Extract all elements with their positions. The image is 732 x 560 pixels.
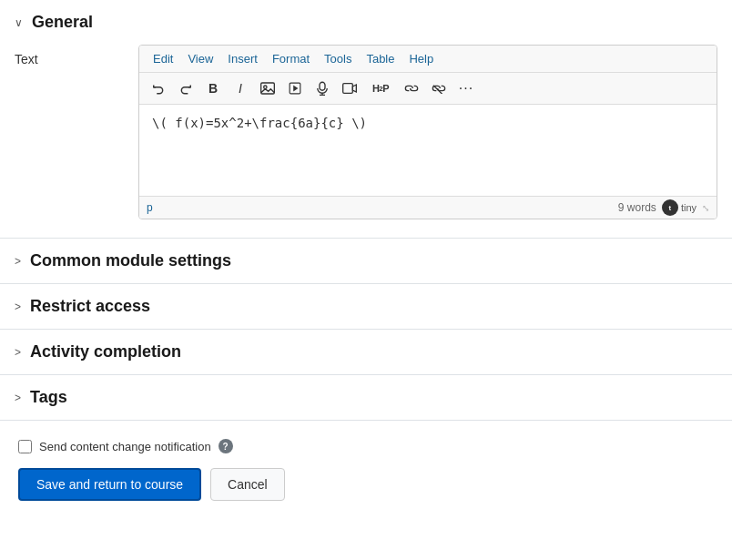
tiny-badge: t tiny [662, 199, 696, 216]
tinymce-editor[interactable]: Edit View Insert Format Tools Table Help [138, 45, 717, 219]
general-section: ∨ General Text Edit View Insert Format T… [0, 0, 732, 238]
restrict-access-chevron: > [15, 300, 21, 313]
editor-menubar: Edit View Insert Format Tools Table Help [139, 46, 717, 73]
general-chevron: ∨ [15, 16, 23, 29]
svg-rect-0 [261, 83, 275, 94]
svg-marker-8 [352, 85, 356, 92]
statusbar-right: 9 words t tiny ⤡ [618, 199, 709, 216]
media-play-button[interactable] [283, 76, 307, 100]
redo-button[interactable] [174, 76, 198, 100]
audio-button[interactable] [310, 76, 334, 100]
activity-completion-title: Activity completion [30, 342, 181, 361]
common-module-title: Common module settings [30, 251, 231, 270]
video-button[interactable] [338, 76, 361, 100]
svg-marker-3 [294, 87, 298, 91]
restrict-access-section: > Restrict access [0, 283, 732, 329]
tiny-label: tiny [681, 202, 696, 213]
link-button[interactable] [400, 76, 423, 100]
editor-statusbar: p 9 words t tiny ⤡ [139, 196, 717, 219]
bold-button[interactable]: B [201, 76, 225, 100]
tags-section: > Tags [0, 374, 732, 420]
restrict-access-header[interactable]: > Restrict access [0, 284, 732, 329]
activity-completion-header[interactable]: > Activity completion [0, 330, 732, 374]
notification-row: Send content change notification ? [15, 439, 717, 453]
restrict-access-title: Restrict access [30, 297, 150, 316]
text-field-label: Text [15, 45, 124, 219]
menu-edit[interactable]: Edit [147, 49, 179, 68]
common-module-chevron: > [15, 255, 21, 268]
general-content: Text Edit View Insert Format Tools Table… [0, 45, 732, 229]
general-section-title: General [32, 13, 93, 32]
svg-rect-7 [343, 84, 353, 94]
activity-completion-chevron: > [15, 346, 21, 359]
editor-content-area[interactable]: \( f(x)=5x^2+\frac{6a}{c} \) [139, 105, 717, 196]
resize-handle[interactable]: ⤡ [702, 203, 709, 213]
activity-completion-section: > Activity completion [0, 329, 732, 374]
more-button[interactable]: ··· [454, 76, 478, 100]
common-module-header[interactable]: > Common module settings [0, 239, 732, 283]
svg-rect-4 [320, 82, 325, 90]
unlink-button[interactable] [427, 76, 451, 100]
menu-format[interactable]: Format [266, 49, 316, 68]
tags-title: Tags [30, 388, 67, 407]
h2p-button[interactable]: H2P [365, 76, 396, 100]
page-container: ∨ General Text Edit View Insert Format T… [0, 0, 732, 560]
menu-insert[interactable]: Insert [221, 49, 264, 68]
menu-view[interactable]: View [181, 49, 219, 68]
bottom-section: Send content change notification ? Save … [0, 420, 732, 510]
statusbar-element[interactable]: p [147, 201, 153, 214]
menu-tools[interactable]: Tools [318, 49, 358, 68]
action-buttons: Save and return to course Cancel [15, 468, 717, 501]
save-return-button[interactable]: Save and return to course [18, 468, 201, 501]
notification-label: Send content change notification [39, 440, 211, 453]
menu-help[interactable]: Help [402, 49, 440, 68]
menu-table[interactable]: Table [360, 49, 401, 68]
editor-toolbar: B I [139, 73, 717, 105]
italic-button[interactable]: I [229, 76, 252, 100]
undo-button[interactable] [147, 76, 170, 100]
tiny-logo: t [662, 199, 678, 216]
notification-help-icon[interactable]: ? [219, 439, 233, 453]
common-module-section: > Common module settings [0, 238, 732, 283]
image-button[interactable] [256, 76, 280, 100]
notification-checkbox[interactable] [18, 440, 32, 453]
general-section-header[interactable]: ∨ General [0, 0, 732, 45]
tags-header[interactable]: > Tags [0, 375, 732, 420]
tags-chevron: > [15, 392, 21, 404]
word-count: 9 words [618, 201, 656, 214]
cancel-button[interactable]: Cancel [210, 468, 285, 501]
